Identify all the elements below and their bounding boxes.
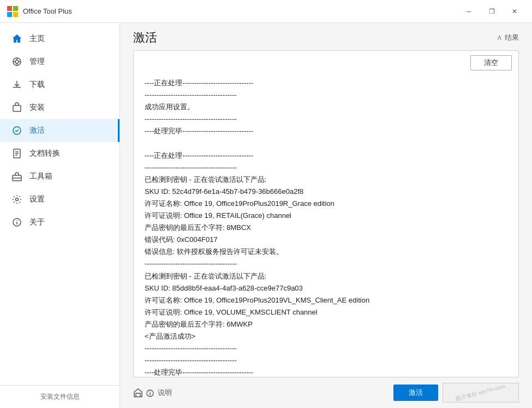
svg-point-18	[16, 220, 17, 221]
result-toolbar: 清空	[134, 51, 518, 75]
svg-point-5	[15, 60, 19, 63]
activate-button[interactable]: 激活	[393, 385, 438, 401]
sidebar-label-manage: 管理	[29, 57, 45, 67]
sidebar-item-manage[interactable]: 管理	[0, 50, 119, 73]
close-button[interactable]: ✕	[504, 3, 525, 20]
minimize-button[interactable]: ─	[458, 3, 480, 20]
main-layout: 主页 管理	[0, 23, 532, 408]
watermark-area: 图片来自 win7m.com	[443, 383, 519, 403]
info-label: 说明	[146, 388, 172, 398]
content-header: 激活 ∧ 结果	[120, 23, 532, 50]
sidebar-nav: 主页 管理	[0, 23, 119, 385]
sidebar-item-download[interactable]: 下载	[0, 73, 119, 96]
clear-button[interactable]: 清空	[470, 55, 512, 70]
svg-rect-1	[13, 6, 18, 11]
bottom-bar: 说明 激活 图片来自 win7m.com	[120, 377, 532, 408]
sidebar-label-about: 关于	[29, 217, 45, 227]
sidebar-label-home: 主页	[29, 34, 45, 44]
result-toggle[interactable]: ∧ 结果	[497, 33, 519, 43]
sidebar-footer[interactable]: 安装文件信息	[0, 385, 119, 408]
info-icon	[133, 388, 143, 398]
activate-icon	[11, 125, 23, 137]
sidebar-item-home[interactable]: 主页	[0, 27, 119, 50]
title-bar: Office Tool Plus ─ ❐ ✕	[0, 0, 532, 23]
content-area: 激活 ∧ 结果 清空 ----正在处理---------------------…	[120, 23, 532, 408]
sidebar-label-activate: 激活	[29, 126, 45, 135]
home-icon	[11, 33, 23, 45]
sidebar-label-settings: 设置	[29, 194, 45, 204]
svg-rect-2	[7, 12, 12, 17]
svg-rect-0	[7, 6, 12, 11]
page-title: 激活	[133, 29, 157, 46]
sidebar-item-settings[interactable]: 设置	[0, 188, 119, 211]
sidebar-item-install[interactable]: 安装	[0, 96, 119, 119]
svg-rect-10	[13, 105, 21, 111]
sidebar-label-toolbox: 工具箱	[29, 172, 52, 181]
window-controls: ─ ❐ ✕	[458, 3, 525, 20]
app-logo	[7, 5, 19, 17]
result-content[interactable]: ----正在处理------------------------------ -…	[134, 75, 518, 377]
footer-label: 安装文件信息	[40, 393, 80, 400]
sidebar-item-doc-convert[interactable]: 文档转换	[0, 142, 119, 165]
svg-rect-3	[13, 12, 18, 17]
sidebar-label-doc-convert: 文档转换	[29, 149, 60, 158]
watermark-text: 图片来自 win7m.com	[455, 383, 506, 403]
sidebar-label-download: 下载	[29, 80, 45, 90]
manage-icon	[11, 56, 23, 68]
sidebar: 主页 管理	[0, 23, 120, 408]
info-section[interactable]: 说明	[133, 388, 172, 398]
install-icon	[11, 102, 23, 114]
restore-button[interactable]: ❐	[481, 3, 503, 20]
bottom-actions: 激活 图片来自 win7m.com	[393, 383, 519, 403]
download-icon	[11, 79, 23, 91]
sidebar-label-install: 安装	[29, 103, 45, 113]
app-title: Office Tool Plus	[23, 7, 458, 15]
result-panel: 清空 ----正在处理-----------------------------…	[133, 50, 519, 377]
svg-point-15	[16, 198, 19, 201]
sidebar-item-about[interactable]: 关于	[0, 211, 119, 234]
toolbox-icon	[11, 170, 23, 182]
settings-icon	[11, 193, 23, 205]
doc-icon	[11, 147, 23, 159]
about-icon	[11, 216, 23, 228]
sidebar-item-activate[interactable]: 激活	[0, 119, 119, 142]
sidebar-item-toolbox[interactable]: 工具箱	[0, 165, 119, 188]
